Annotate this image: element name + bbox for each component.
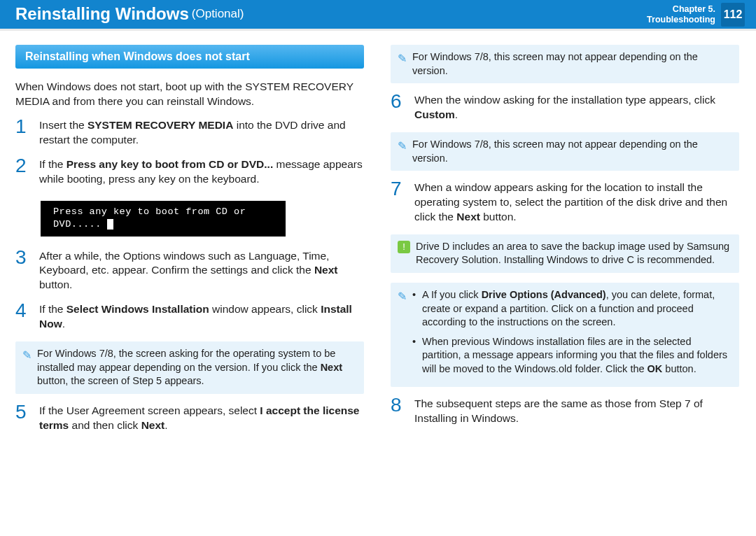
step-body: When the window asking for the installat…	[414, 93, 739, 122]
note-text: For Windows 7/8, this screen may not app…	[412, 50, 732, 78]
step-number: 3	[15, 248, 32, 293]
step-body: After a while, the Options windows such …	[39, 249, 364, 293]
note-icon: ✎	[398, 139, 407, 165]
list-item: When previous Windows installation files…	[412, 335, 732, 376]
step-number: 2	[15, 156, 32, 187]
step-body: If the Select Windows Installation windo…	[39, 302, 364, 332]
step-6: 6 When the window asking for the install…	[391, 93, 739, 122]
text: .	[455, 108, 458, 120]
step-3: 3 After a while, the Options windows suc…	[15, 249, 364, 293]
step-number: 1	[15, 117, 32, 148]
bold-text: Next	[456, 211, 480, 223]
warning-icon: !	[398, 241, 410, 253]
step-5: 5 If the User Agreement screen appears, …	[15, 404, 364, 433]
info-note: ✎ For Windows 7/8, this screen may not a…	[391, 45, 739, 83]
text: After a while, the Options windows such …	[39, 250, 329, 276]
step-body: The subsequent steps are the same as tho…	[414, 397, 739, 426]
step-body: If the Press any key to boot from CD or …	[39, 157, 364, 187]
boot-screen-image: Press any key to boot from CD or DVD....…	[41, 201, 286, 236]
note-text: For Windows 7/8, this screen may not app…	[412, 138, 732, 165]
bold-text: Drive Options (Advanced)	[482, 289, 606, 300]
right-column: ✎ For Windows 7/8, this screen may not a…	[391, 45, 739, 433]
text: .	[62, 318, 65, 330]
note-text: For Windows 7/8, the screen asking for t…	[37, 347, 357, 388]
header-right: Chapter 5. Troubleshooting 112	[647, 3, 745, 27]
step-body: Insert the SYSTEM RECOVERY MEDIA into th…	[39, 118, 364, 148]
warning-note: ! Drive D includes an area to save the b…	[391, 234, 739, 273]
header-bar: Reinstalling Windows (Optional) Chapter …	[0, 0, 756, 31]
note-icon: ✎	[398, 51, 407, 78]
text: For Windows 7/8, the screen asking for t…	[37, 348, 335, 373]
boot-message-text: Press any key to boot from CD or DVD....…	[53, 206, 246, 230]
bold-text: Select Windows Installation	[66, 303, 209, 315]
bold-text: Next	[141, 419, 165, 431]
note-icon: ✎	[22, 348, 31, 388]
step-number: 4	[15, 301, 32, 332]
chapter-line1: Chapter 5.	[647, 4, 715, 15]
note-text: Drive D includes an area to save the bac…	[416, 240, 732, 267]
text: When the window asking for the installat…	[414, 94, 715, 106]
step-2: 2 If the Press any key to boot from CD o…	[15, 157, 364, 187]
step-body: When a window appears asking for the loc…	[414, 181, 739, 225]
step-number: 5	[15, 402, 32, 433]
text: button.	[662, 363, 696, 374]
chapter-line2: Troubleshooting	[647, 15, 715, 25]
bold-text: Custom	[414, 108, 455, 120]
info-note: ✎ A If you click Drive Options (Advanced…	[391, 283, 739, 387]
text: If the User Agreement screen appears, se…	[39, 404, 260, 416]
text: .	[164, 419, 167, 431]
step-1: 1 Insert the SYSTEM RECOVERY MEDIA into …	[15, 118, 364, 148]
text: button.	[480, 211, 517, 223]
bold-text: Next	[314, 264, 338, 276]
intro-text: When Windows does not start, boot up wit…	[15, 80, 364, 109]
step-4: 4 If the Select Windows Installation win…	[15, 302, 364, 332]
step-body: If the User Agreement screen appears, se…	[39, 404, 364, 433]
section-heading: Reinstalling when Windows does not start	[15, 45, 364, 69]
info-note: ✎ For Windows 7/8, the screen asking for…	[15, 341, 364, 394]
text: If the	[39, 303, 66, 315]
list-item: A If you click Drive Options (Advanced),…	[412, 288, 732, 330]
step-7: 7 When a window appears asking for the l…	[391, 181, 739, 225]
info-note: ✎ For Windows 7/8, this screen may not a…	[391, 132, 739, 171]
bold-text: Press any key to boot from CD or DVD...	[66, 158, 273, 170]
bold-text: OK	[648, 363, 663, 374]
step-number: 6	[391, 92, 407, 122]
text: window appears, click	[209, 303, 321, 315]
note-list: A If you click Drive Options (Advanced),…	[412, 288, 732, 381]
text: button.	[39, 278, 72, 290]
page-body: Reinstalling when Windows does not start…	[0, 31, 756, 440]
text: A If you click	[422, 289, 482, 300]
text: and then click	[69, 419, 141, 431]
bold-text: SYSTEM RECOVERY MEDIA	[88, 119, 233, 131]
page-title: Reinstalling Windows	[15, 3, 189, 25]
page-subtitle: (Optional)	[192, 6, 244, 22]
left-column: Reinstalling when Windows does not start…	[15, 45, 364, 433]
step-number: 8	[391, 395, 407, 426]
text: button, the screen of Step 5 appears.	[37, 375, 204, 386]
chapter-label: Chapter 5. Troubleshooting	[647, 4, 715, 25]
bold-text: Next	[321, 362, 342, 373]
text: Insert the	[39, 119, 88, 131]
step-number: 7	[391, 179, 407, 225]
page-number-badge: 112	[721, 3, 745, 27]
text: If the	[39, 158, 66, 170]
note-icon: ✎	[398, 289, 407, 381]
step-8: 8 The subsequent steps are the same as t…	[391, 397, 739, 426]
